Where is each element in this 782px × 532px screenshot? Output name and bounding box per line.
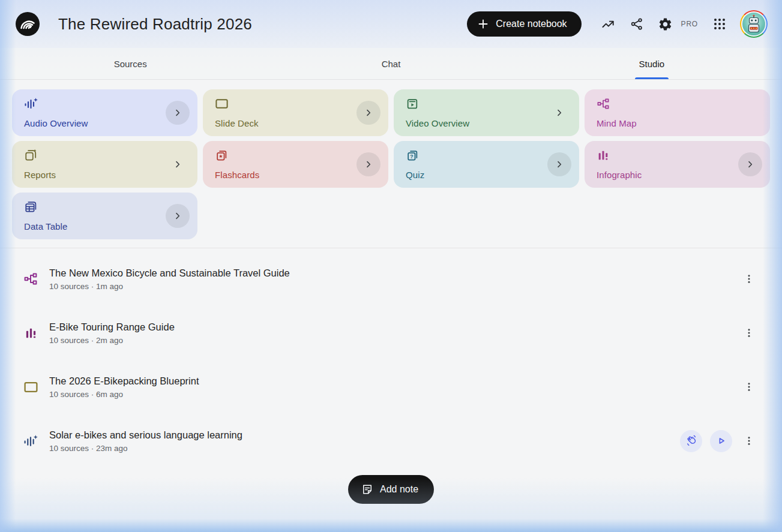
chevron-right-icon[interactable]: [547, 101, 571, 125]
card-label: Infographic: [597, 170, 642, 180]
report-sparkle-icon: [24, 149, 38, 162]
artifact-meta: 10 sources · 2m ago: [49, 336, 740, 345]
chevron-right-icon[interactable]: [166, 204, 190, 228]
chevron-right-icon[interactable]: [166, 152, 190, 176]
artifact-text: Solar e-bikes and serious language learn…: [49, 429, 680, 453]
tab-chat[interactable]: Chat: [260, 48, 521, 79]
card-data-table[interactable]: Data Table: [12, 193, 197, 239]
apps-grid-button[interactable]: [711, 16, 728, 32]
card-label: Audio Overview: [24, 118, 88, 128]
trending-up-icon: [601, 17, 615, 31]
card-label: Quiz: [406, 170, 424, 180]
share-button[interactable]: [628, 16, 645, 32]
card-quiz[interactable]: ? Quiz: [394, 141, 579, 188]
card-label: Slide Deck: [215, 118, 259, 128]
slide-deck-icon: [23, 380, 38, 394]
quiz-cards-icon: ?: [406, 149, 420, 162]
tab-sources[interactable]: Sources: [0, 48, 260, 79]
create-notebook-label: Create notebook: [496, 19, 567, 29]
list-item[interactable]: E-Bike Touring Range Guide 10 sources · …: [0, 306, 782, 360]
plus-icon: [478, 19, 489, 29]
studio-panel: Audio Overview Slide Deck: [0, 80, 782, 248]
header-actions: Create notebook: [467, 10, 768, 38]
create-notebook-button[interactable]: Create notebook: [467, 11, 581, 37]
svg-text:?: ?: [410, 154, 413, 160]
kebab-menu-icon[interactable]: [740, 378, 758, 396]
artifact-title[interactable]: The 2026 E-Bikepacking Blueprint: [49, 375, 740, 387]
interactive-mode-button[interactable]: [680, 430, 702, 452]
card-label: Data Table: [24, 221, 67, 232]
artifact-meta: 10 sources · 6m ago: [49, 390, 740, 399]
mind-map-icon: [597, 97, 610, 110]
tab-studio[interactable]: Studio: [522, 48, 782, 79]
kebab-menu-icon[interactable]: [740, 270, 758, 288]
kebab-menu-icon[interactable]: [740, 324, 758, 342]
kebab-menu-icon[interactable]: [740, 432, 758, 450]
add-note-button[interactable]: Add note: [348, 475, 434, 504]
note-icon: [361, 483, 373, 495]
avatar-robot-image: [741, 11, 766, 37]
artifact-meta: 10 sources · 1m ago: [49, 282, 740, 291]
chevron-right-icon[interactable]: [166, 101, 190, 125]
artifact-text: E-Bike Touring Range Guide 10 sources · …: [49, 321, 740, 345]
card-label: Flashcards: [215, 170, 259, 180]
settings-button[interactable]: [657, 16, 674, 32]
artifact-title[interactable]: E-Bike Touring Range Guide: [49, 321, 740, 333]
studio-cards-grid: Audio Overview Slide Deck: [12, 89, 770, 239]
notebooklm-logo[interactable]: [16, 12, 40, 36]
card-video-overview[interactable]: Video Overview: [394, 89, 579, 136]
play-audio-button[interactable]: [710, 430, 732, 452]
card-label: Mind Map: [597, 118, 637, 128]
add-note-label: Add note: [380, 484, 418, 495]
apps-grid-icon: [712, 17, 727, 31]
artifact-text: The New Mexico Bicycle and Sustainable T…: [49, 267, 740, 291]
waving-hand-icon: [685, 435, 697, 447]
card-reports[interactable]: Reports: [12, 141, 197, 188]
pro-badge: PRO: [681, 20, 698, 28]
card-label: Reports: [24, 170, 56, 180]
play-icon: [716, 435, 727, 446]
card-flashcards[interactable]: Flashcards: [203, 141, 388, 188]
artifact-list: The New Mexico Bicycle and Sustainable T…: [0, 248, 782, 468]
infographic-bars-icon: [23, 326, 38, 340]
card-mind-map[interactable]: Mind Map: [585, 89, 770, 136]
settings-gear-icon: [658, 17, 673, 32]
account-avatar[interactable]: [740, 10, 768, 38]
chevron-right-icon[interactable]: [356, 152, 380, 176]
chevron-right-icon[interactable]: [356, 101, 380, 125]
card-label: Video Overview: [406, 118, 469, 128]
data-table-icon: [24, 200, 38, 214]
card-audio-overview[interactable]: Audio Overview: [12, 89, 197, 136]
share-icon: [630, 17, 644, 31]
top-bar: The Rewired Roadtrip 2026 Create noteboo…: [0, 0, 782, 48]
chevron-right-icon[interactable]: [738, 152, 762, 176]
artifact-text: The 2026 E-Bikepacking Blueprint 10 sour…: [49, 375, 740, 399]
main-tabs: Sources Chat Studio: [0, 48, 782, 80]
slide-deck-icon: [215, 97, 229, 110]
audio-waveform-sparkle-icon: [23, 434, 38, 448]
artifact-title[interactable]: The New Mexico Bicycle and Sustainable T…: [49, 267, 740, 279]
analytics-button[interactable]: [600, 16, 616, 32]
chevron-right-icon[interactable]: [547, 152, 571, 176]
video-overview-icon: [406, 97, 419, 110]
artifact-meta: 10 sources · 23m ago: [49, 444, 680, 453]
card-slide-deck[interactable]: Slide Deck: [203, 89, 388, 136]
list-item[interactable]: The 2026 E-Bikepacking Blueprint 10 sour…: [0, 360, 782, 414]
mind-map-icon: [23, 272, 38, 286]
flashcards-icon: [215, 149, 229, 162]
list-item[interactable]: The New Mexico Bicycle and Sustainable T…: [0, 252, 782, 306]
audio-waveform-sparkle-icon: [24, 97, 38, 110]
notebook-title[interactable]: The Rewired Roadtrip 2026: [58, 15, 252, 34]
card-infographic[interactable]: Infographic: [585, 141, 770, 188]
infographic-bars-icon: [597, 149, 610, 162]
add-note-row: Add note: [0, 475, 782, 504]
list-item[interactable]: Solar e-bikes and serious language learn…: [0, 414, 782, 468]
artifact-title[interactable]: Solar e-bikes and serious language learn…: [49, 429, 680, 441]
